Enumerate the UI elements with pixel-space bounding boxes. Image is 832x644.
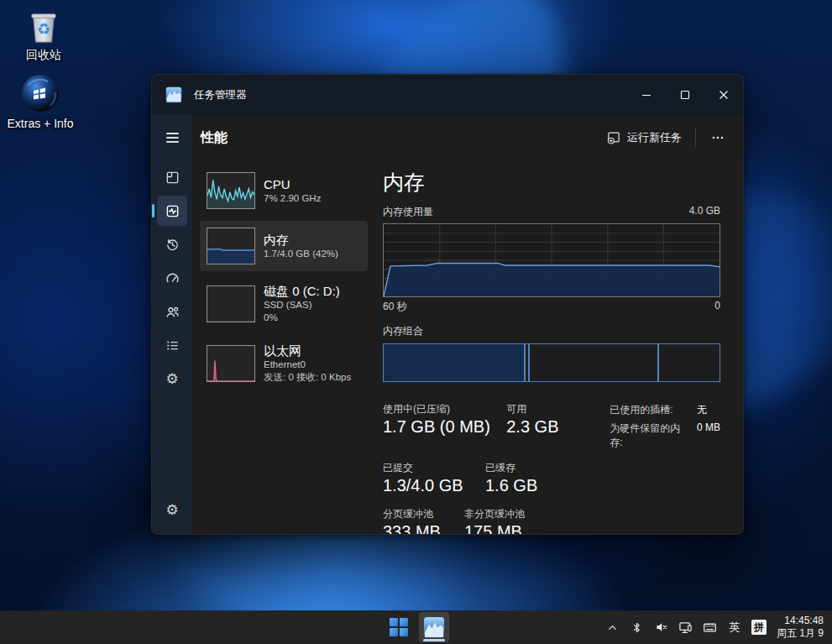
detail-title: 内存	[383, 169, 720, 196]
navigation-menu-button[interactable]	[152, 115, 192, 160]
metric-value: Ethernet0	[264, 359, 351, 371]
metric-value: 1.7/4.0 GB (42%)	[264, 248, 338, 260]
paged-pool-label: 分页缓冲池	[383, 507, 464, 521]
clock-date: 周五 1月 9	[777, 627, 824, 640]
metric-card-cpu[interactable]: CPU 7% 2.90 GHz	[200, 165, 368, 216]
available-value: 2.3 GB	[506, 416, 610, 437]
new-task-icon	[607, 131, 620, 144]
metric-title: 磁盘 0 (C: D:)	[264, 283, 340, 299]
composition-segment-standby	[529, 343, 658, 382]
start-button[interactable]	[384, 612, 414, 642]
settings-gear-icon: ⚙	[165, 503, 178, 517]
cpu-mini-graph	[207, 172, 255, 209]
system-tray: 英 拼 14:45:48 周五 1月 9	[604, 615, 827, 640]
graph-x-right-label: 0	[714, 300, 720, 314]
available-label: 可用	[506, 402, 610, 416]
titlebar[interactable]: 任务管理器	[152, 75, 743, 115]
touch-keyboard-tray-button[interactable]	[701, 617, 719, 637]
usage-graph-label: 内存使用量	[383, 205, 433, 219]
metric-title: CPU	[264, 176, 321, 192]
metric-title: 以太网	[264, 343, 351, 359]
sidebar-item-startup-apps[interactable]	[157, 263, 187, 293]
minimize-button[interactable]	[627, 75, 666, 115]
network-tray-button[interactable]	[677, 617, 695, 637]
sidebar-item-performance[interactable]	[157, 196, 187, 226]
desktop-icon-recycle-bin[interactable]: ♻ 回收站	[3, 7, 84, 63]
keyboard-icon	[703, 620, 717, 635]
close-icon	[718, 89, 730, 101]
memory-stats: 使用中(已压缩) 1.7 GB (0 MB) 可用 2.3 GB 已使用的插槽:…	[383, 402, 720, 535]
ime-pinyin-badge: 拼	[751, 620, 767, 635]
usage-graph-max: 4.0 GB	[689, 205, 720, 219]
metric-title: 内存	[264, 232, 338, 248]
metric-card-disk[interactable]: 磁盘 0 (C: D:) SSD (SAS) 0%	[200, 276, 368, 331]
network-monitor-icon	[678, 620, 693, 635]
speaker-muted-icon	[655, 620, 668, 634]
committed-label: 已提交	[383, 461, 485, 474]
selected-indicator	[152, 204, 154, 217]
run-new-task-label: 运行新任务	[627, 130, 682, 145]
metric-card-ethernet[interactable]: 以太网 Ethernet0 发送: 0 接收: 0 Kbps	[200, 336, 368, 390]
volume-muted-tray-button[interactable]	[652, 617, 671, 637]
sidebar-item-app-history[interactable]	[157, 229, 187, 259]
task-manager-icon	[423, 616, 445, 638]
taskbar: 英 拼 14:45:48 周五 1月 9	[0, 610, 832, 644]
memory-mini-graph	[207, 228, 255, 264]
disk-mini-graph	[207, 285, 255, 322]
tray-overflow-button[interactable]	[604, 617, 622, 637]
taskbar-clock[interactable]: 14:45:48 周五 1月 9	[777, 615, 824, 640]
composition-segment-free	[658, 343, 720, 382]
maximize-button[interactable]	[666, 75, 704, 115]
metric-value2: 0%	[264, 312, 340, 324]
graph-x-left-label: 60 秒	[383, 300, 407, 314]
composition-label: 内存组合	[383, 324, 720, 338]
sidebar-item-processes[interactable]	[157, 162, 187, 192]
performance-metric-list: CPU 7% 2.90 GHz 内存 1.7/4.0 GB (42%)	[192, 160, 383, 535]
more-options-button[interactable]	[701, 126, 735, 149]
processes-icon	[165, 170, 180, 185]
minimize-icon	[641, 89, 652, 101]
memory-usage-graph	[383, 223, 720, 297]
hw-reserved-label: 为硬件保留的内存:	[610, 421, 685, 450]
committed-value: 1.3/4.0 GB	[383, 474, 485, 496]
services-icon: ⚙	[165, 372, 178, 386]
ime-mode-button[interactable]: 拼	[750, 617, 768, 637]
hamburger-icon	[166, 130, 179, 145]
sidebar-item-details[interactable]	[157, 330, 187, 360]
page-header: 性能 运行新任务	[192, 115, 743, 160]
maximize-icon	[679, 89, 691, 101]
sidebar-item-users[interactable]	[157, 296, 187, 327]
window-title: 任务管理器	[194, 88, 627, 102]
app-history-icon	[165, 238, 180, 252]
details-icon	[165, 338, 180, 353]
windows-start-icon	[390, 618, 408, 636]
sidebar: ⚙ ⚙	[152, 115, 192, 535]
sidebar-item-services[interactable]: ⚙	[157, 364, 187, 394]
chevron-up-icon	[606, 621, 619, 634]
metric-card-memory[interactable]: 内存 1.7/4.0 GB (42%)	[200, 221, 368, 271]
memory-composition-bar[interactable]	[383, 343, 720, 382]
performance-icon	[165, 204, 180, 218]
startup-apps-icon	[165, 271, 180, 285]
ime-language-button[interactable]: 英	[725, 617, 744, 637]
hardware-info: 已使用的插槽: 无 为硬件保留的内存: 0 MB	[610, 402, 720, 450]
sidebar-item-settings[interactable]: ⚙	[157, 495, 187, 525]
run-new-task-button[interactable]: 运行新任务	[599, 125, 690, 150]
desktop-icon-extras-info[interactable]: Extras + Info	[0, 72, 81, 130]
clock-time: 14:45:48	[777, 615, 824, 627]
metric-value2: 发送: 0 接收: 0 Kbps	[264, 371, 351, 384]
composition-segment-in-use	[383, 343, 525, 382]
bluetooth-tray-button[interactable]	[628, 617, 646, 637]
in-use-value: 1.7 GB (0 MB)	[383, 416, 506, 437]
close-button[interactable]	[704, 75, 743, 115]
recycle-bin-icon: ♻	[24, 7, 63, 45]
memory-detail-panel: 内存 内存使用量 4.0 GB	[383, 160, 743, 535]
in-use-label: 使用中(已压缩)	[383, 402, 506, 416]
taskbar-task-manager-button[interactable]	[419, 612, 449, 642]
extras-info-label: Extras + Info	[8, 117, 74, 130]
nonpaged-pool-value: 175 MB	[464, 521, 525, 535]
bluetooth-icon	[631, 621, 643, 634]
hw-reserved-value: 0 MB	[697, 421, 720, 450]
task-manager-app-icon	[165, 86, 182, 103]
cached-label: 已缓存	[485, 461, 537, 474]
